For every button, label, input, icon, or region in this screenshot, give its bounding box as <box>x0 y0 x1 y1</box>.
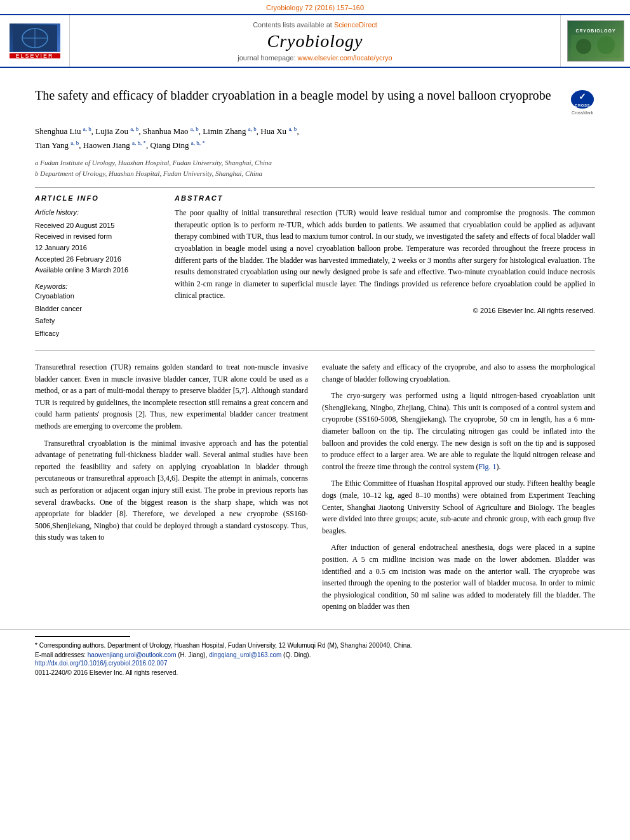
elsevier-label: ELSEVIER <box>10 53 60 58</box>
citation-text: Cryobiology 72 (2016) 157–160 <box>266 4 364 11</box>
abstract-col: ABSTRACT The poor quality of initial tra… <box>175 194 595 340</box>
footer-doi[interactable]: http://dx.doi.org/10.1016/j.cryobiol.201… <box>35 660 595 667</box>
body-para-3: evaluate the safety and efficacy of the … <box>322 361 595 385</box>
body-content: Transurethral resection (TUR) remains go… <box>35 361 595 618</box>
body-col-left: Transurethral resection (TUR) remains go… <box>35 361 308 618</box>
keyword-4: Efficacy <box>35 328 162 340</box>
body-col-right: evaluate the safety and efficacy of the … <box>322 361 595 618</box>
svg-point-9 <box>597 36 615 54</box>
crossmark-label: CrossMark <box>572 110 593 116</box>
email2-suffix: (Q. Ding). <box>283 651 311 658</box>
article-title: The safety and efficacy of bladder cryoa… <box>35 87 563 104</box>
journal-center: Contents lists available at ScienceDirec… <box>70 15 560 67</box>
author-lujia: Lujia Zou a, b, <box>95 126 142 136</box>
accepted-date: Accepted 26 February 2016 <box>35 254 162 265</box>
cryobiology-logo: CRYOBIOLOGY <box>567 20 624 62</box>
fig1-link[interactable]: Fig. 1 <box>479 462 497 471</box>
history-label: Article history: <box>35 207 162 218</box>
footer-notes: * Corresponding authors. Department of U… <box>35 641 595 660</box>
keywords-section: Keywords: Cryoablation Bladder cancer Sa… <box>35 283 162 340</box>
keyword-1: Cryoablation <box>35 290 162 303</box>
footer-issn: 0011-2240/© 2016 Elsevier Inc. All right… <box>35 669 595 676</box>
cryo-logo-area: CRYOBIOLOGY <box>560 15 630 67</box>
author-qiang: Qiang Ding a, b, * <box>151 140 205 150</box>
journal-title: Cryobiology <box>267 31 363 51</box>
keywords-list: Cryoablation Bladder cancer Safety Effic… <box>35 290 162 340</box>
body-para-1: Transurethral resection (TUR) remains go… <box>35 361 308 432</box>
email-label: E-mail addresses: <box>35 651 86 658</box>
copyright-line: © 2016 Elsevier Inc. All rights reserved… <box>175 307 595 314</box>
affiliation-a: a Fudan Institute of Urology, Huashan Ho… <box>35 157 595 168</box>
author-haowen: Haowen Jiang a, b, *, <box>83 140 151 150</box>
email1-suffix: (H. Jiang), <box>178 651 207 658</box>
abstract-label: ABSTRACT <box>175 194 595 202</box>
info-abstract-section: ARTICLE INFO Article history: Received 2… <box>35 187 595 340</box>
sciencedirect-link[interactable]: ScienceDirect <box>334 21 377 29</box>
body-divider <box>35 350 595 351</box>
elsevier-logo-area: ELSEVIER <box>0 15 70 67</box>
revised-date: 12 January 2016 <box>35 243 162 254</box>
keywords-label: Keywords: <box>35 283 162 290</box>
citation-bar: Cryobiology 72 (2016) 157–160 <box>0 0 630 14</box>
svg-point-8 <box>576 39 591 54</box>
article-content: The safety and efficacy of bladder cryoa… <box>0 68 630 629</box>
author-shanhua: Shanhua Mao a, b, <box>143 126 203 136</box>
author-shenghua: Shenghua Liu a, b, <box>35 126 95 136</box>
keyword-2: Bladder cancer <box>35 303 162 316</box>
received-revised-label: Received in revised form <box>35 231 162 243</box>
author-limin: Limin Zhang a, b, <box>203 126 260 136</box>
svg-text:CRYOBIOLOGY: CRYOBIOLOGY <box>575 29 615 33</box>
received-date: Received 20 August 2015 <box>35 220 162 232</box>
article-info-label: ARTICLE INFO <box>35 194 162 202</box>
affiliations: a Fudan Institute of Urology, Huashan Ho… <box>35 157 595 178</box>
email2-link[interactable]: dingqiang_urol@163.com <box>209 651 281 658</box>
contents-line: Contents lists available at ScienceDirec… <box>253 21 377 29</box>
homepage-link[interactable]: www.elsevier.com/locate/ycryo <box>298 54 392 62</box>
body-para-6: After induction of general endotracheal … <box>322 542 595 613</box>
authors-line: Shenghua Liu a, b, Lujia Zou a, b, Shanh… <box>35 124 595 152</box>
elsevier-logo: ELSEVIER <box>10 23 60 58</box>
article-info-col: ARTICLE INFO Article history: Received 2… <box>35 194 162 340</box>
body-para-5: The Ethic Committee of Huashan Hospital … <box>322 477 595 537</box>
elsevier-emblem <box>10 23 60 52</box>
body-para-4: The cryo-surgery was performed using a l… <box>322 390 595 472</box>
abstract-text: The poor quality of initial transurethra… <box>175 207 595 302</box>
journal-header: ELSEVIER Contents lists available at Sci… <box>0 14 630 68</box>
footer: * Corresponding authors. Department of U… <box>0 629 630 683</box>
email1-link[interactable]: haowenjiang.urol@outlook.com <box>88 651 177 658</box>
journal-homepage: journal homepage: www.elsevier.com/locat… <box>238 54 392 62</box>
keyword-3: Safety <box>35 315 162 328</box>
crossmark-badge[interactable]: ✓ CROSS CrossMark <box>570 90 595 116</box>
body-para-2: Transurethral cryoablation is the minima… <box>35 437 308 543</box>
article-title-area: The safety and efficacy of bladder cryoa… <box>35 87 595 116</box>
affiliation-b: b Department of Urology, Huashan Hospita… <box>35 168 595 179</box>
corresponding-note: * Corresponding authors. Department of U… <box>35 642 412 649</box>
available-date: Available online 3 March 2016 <box>35 265 162 276</box>
author-hua: Hua Xu a, b, <box>260 126 298 136</box>
crossmark-icon: ✓ CROSS <box>571 90 594 109</box>
article-history: Article history: Received 20 August 2015… <box>35 207 162 276</box>
footer-divider <box>35 636 130 637</box>
author-tian: Tian Yang a, b, <box>35 140 83 150</box>
